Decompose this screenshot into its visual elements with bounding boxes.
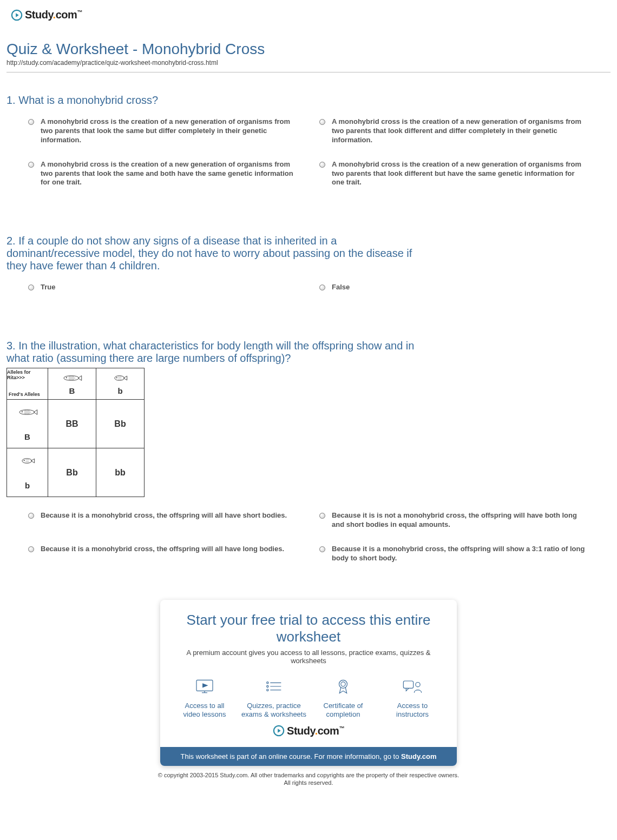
radio-icon[interactable] — [28, 162, 34, 168]
fish-icon — [62, 374, 82, 382]
answer-option[interactable]: Because it is a monohybrid cross, the of… — [319, 545, 611, 563]
copyright: © copyright 2003-2015 Study.com. All oth… — [6, 771, 611, 788]
svg-rect-21 — [403, 681, 413, 688]
answer-option[interactable]: A monohybrid cross is the creation of a … — [28, 160, 319, 188]
punnett-col-header: b — [96, 368, 145, 400]
question-2: 2. If a couple do not show any signs of … — [6, 235, 611, 307]
banner-link[interactable]: Study.com — [401, 752, 437, 760]
video-icon — [194, 678, 215, 695]
punnett-col-header: B — [48, 368, 96, 400]
logo-text: Study.com™ — [25, 9, 82, 21]
site-logo: Study.com™ — [6, 5, 611, 30]
radio-icon[interactable] — [319, 285, 325, 290]
fish-icon — [17, 457, 38, 465]
svg-point-17 — [267, 689, 268, 691]
trial-card: Start your free trial to access this ent… — [160, 600, 457, 766]
answer-option[interactable]: Because it is a monohybrid cross, the of… — [28, 545, 319, 563]
answer-option[interactable]: Because it is is not a monohybrid cross,… — [319, 511, 611, 530]
svg-point-15 — [267, 685, 268, 687]
fish-icon — [110, 374, 130, 382]
list-icon — [263, 678, 285, 695]
radio-icon[interactable] — [28, 546, 34, 552]
card-subtitle: A premium account gives you access to al… — [170, 649, 447, 665]
radio-icon[interactable] — [28, 513, 34, 519]
instructor-icon — [402, 678, 423, 695]
fish-icon — [17, 408, 38, 416]
radio-icon[interactable] — [28, 285, 34, 290]
page-title: Quiz & Worksheet - Monohybrid Cross — [6, 41, 611, 58]
answer-option[interactable]: True — [28, 283, 319, 292]
benefit-certificate: Certificate ofcompletion — [308, 678, 378, 719]
answer-option[interactable]: A monohybrid cross is the creation of a … — [319, 117, 611, 145]
divider — [6, 72, 611, 72]
page-url: http://study.com/academy/practice/quiz-w… — [6, 59, 611, 67]
punnett-row-header: B — [7, 400, 48, 448]
punnett-cell: Bb — [96, 400, 145, 448]
logo-text: Study.com™ — [287, 725, 344, 737]
card-logo: Study.com™ — [170, 725, 447, 737]
question-3: 3. In the illustration, what characteris… — [6, 340, 611, 578]
answer-option[interactable]: Because it is a monohybrid cross, the of… — [28, 511, 319, 530]
answer-option[interactable]: False — [319, 283, 611, 292]
svg-point-22 — [416, 682, 420, 686]
benefit-quizzes: Quizzes, practiceexams & worksheets — [239, 678, 308, 719]
play-circle-icon — [11, 9, 23, 21]
card-banner[interactable]: This worksheet is part of an online cour… — [160, 747, 457, 766]
question-text: 2. If a couple do not show any signs of … — [6, 235, 418, 272]
benefit-instructors: Access toinstructors — [378, 678, 447, 719]
answer-option[interactable]: A monohybrid cross is the creation of a … — [28, 117, 319, 145]
punnett-square: Alleles for Rita>>> Fred's Alleles B b B… — [6, 368, 145, 497]
radio-icon[interactable] — [319, 513, 325, 519]
ribbon-icon — [332, 678, 354, 695]
radio-icon[interactable] — [319, 119, 325, 125]
punnett-row-header: b — [7, 448, 48, 497]
question-text: 3. In the illustration, what characteris… — [6, 340, 418, 365]
question-1: 1. What is a monohybrid cross? A monohyb… — [6, 94, 611, 202]
svg-point-13 — [267, 682, 268, 683]
benefit-video: Access to allvideo lessons — [170, 678, 239, 719]
punnett-header-corner: Alleles for Rita>>> Fred's Alleles — [7, 368, 48, 400]
answer-option[interactable]: A monohybrid cross is the creation of a … — [319, 160, 611, 188]
card-title: Start your free trial to access this ent… — [170, 612, 447, 645]
radio-icon[interactable] — [319, 546, 325, 552]
punnett-cell: bb — [96, 448, 145, 497]
svg-point-19 — [339, 680, 347, 688]
question-text: 1. What is a monohybrid cross? — [6, 94, 418, 107]
radio-icon[interactable] — [319, 162, 325, 168]
punnett-cell: BB — [48, 400, 96, 448]
radio-icon[interactable] — [28, 119, 34, 125]
play-circle-icon — [273, 725, 285, 737]
punnett-cell: Bb — [48, 448, 96, 497]
svg-point-20 — [341, 682, 345, 686]
